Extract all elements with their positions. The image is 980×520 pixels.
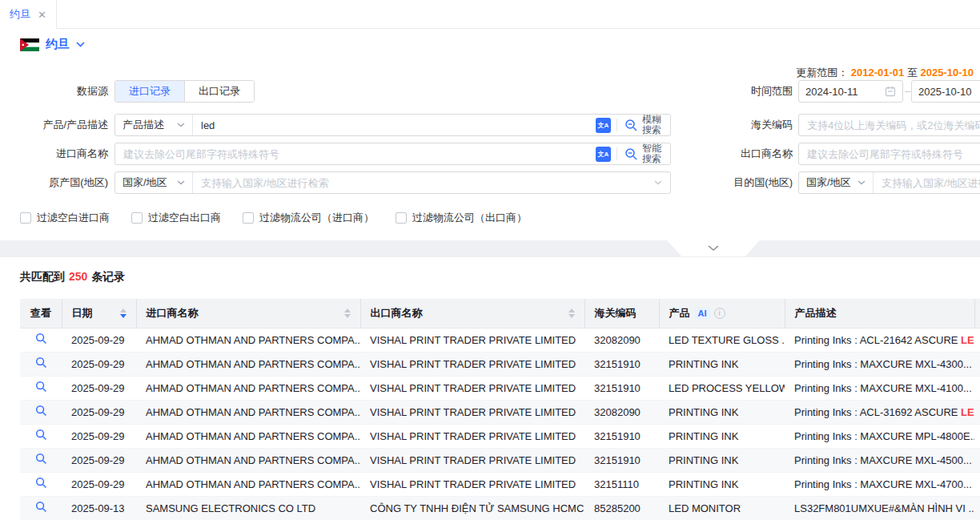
product-field-select[interactable]: 产品描述 xyxy=(115,115,193,135)
exporter-link[interactable]: CÔNG TY TNHH ĐIỆN TỬ SAMSUNG HCMC... xyxy=(360,496,584,520)
description-cell: Printing Inks : MAXCURE MXL-4500... xyxy=(785,448,974,472)
view-search-icon[interactable] xyxy=(35,429,47,441)
exporter-group xyxy=(798,143,980,165)
view-record-button[interactable] xyxy=(20,424,62,448)
filter-logistics-importer[interactable]: 过滤物流公司（进口商） xyxy=(243,211,374,225)
date-end-input[interactable] xyxy=(918,86,980,98)
view-record-button[interactable] xyxy=(20,400,62,424)
origin-type-select[interactable]: 国家/地区 xyxy=(115,172,193,193)
sort-date-icon[interactable] xyxy=(120,308,127,318)
importer-link[interactable]: AHMAD OTHMAN AND PARTNERS COMPA... xyxy=(136,400,360,424)
checkbox-icon[interactable] xyxy=(20,212,31,224)
table-row: 2025-09-29AHMAD OTHMAN AND PARTNERS COMP… xyxy=(20,472,980,496)
sort-exporter-icon[interactable] xyxy=(568,308,575,318)
col-date[interactable]: 日期 xyxy=(62,299,136,328)
tab-close-icon[interactable]: ✕ xyxy=(38,10,46,20)
origin-country-input[interactable] xyxy=(193,172,654,193)
checkbox-icon[interactable] xyxy=(243,212,254,224)
exporter-link[interactable]: VISHAL PRINT TRADER PRIVATE LIMITED xyxy=(360,376,584,400)
product-link[interactable]: LED PROCESS YELLOW... xyxy=(659,376,785,400)
info-icon[interactable]: i xyxy=(714,308,725,319)
exporter-link[interactable]: VISHAL PRINT TRADER PRIVATE LIMITED xyxy=(360,424,584,448)
view-record-button[interactable] xyxy=(20,376,62,400)
view-record-button[interactable] xyxy=(20,328,62,352)
product-link[interactable]: PRINTING INK xyxy=(659,448,785,472)
view-record-button[interactable] xyxy=(20,352,62,376)
importer-search-input[interactable] xyxy=(115,143,596,164)
fuzzy-search-icon xyxy=(625,119,638,132)
checkbox-icon[interactable] xyxy=(131,212,143,224)
smart-search-button[interactable]: 智能搜索 xyxy=(617,143,670,164)
destination-type-select[interactable]: 国家/地区 xyxy=(799,172,874,193)
extra-cell xyxy=(974,352,980,376)
exporter-link[interactable]: VISHAL PRINT TRADER PRIVATE LIMITED xyxy=(360,472,584,496)
product-link[interactable]: PRINTING INK xyxy=(659,352,785,376)
product-link[interactable]: LED TEXTURE GLOSS ... xyxy=(659,328,785,352)
description-text: Printing Inks : MAXCURE MPL-4800E... xyxy=(794,430,974,442)
tab-jordan[interactable]: 约旦 ✕ xyxy=(0,0,57,29)
view-search-icon[interactable] xyxy=(35,357,47,369)
importer-link[interactable]: AHMAD OTHMAN AND PARTNERS COMPA... xyxy=(136,376,360,400)
extra-cell xyxy=(974,496,980,520)
filter-logistics-exporter[interactable]: 过滤物流公司（出口商） xyxy=(396,211,527,225)
date-start-input[interactable] xyxy=(805,86,885,98)
date-cell: 2025-09-29 xyxy=(62,448,136,472)
checkbox-icon[interactable] xyxy=(396,212,407,224)
destination-label: 目的国(地区) xyxy=(717,171,793,194)
importer-link[interactable]: AHMAD OTHMAN AND PARTNERS COMPA... xyxy=(136,424,360,448)
collapse-chevron-icon xyxy=(708,245,719,252)
update-range-from: 2012-01-01 xyxy=(851,67,905,79)
destination-country-input[interactable] xyxy=(874,172,980,193)
exporter-link[interactable]: VISHAL PRINT TRADER PRIVATE LIMITED xyxy=(360,448,584,472)
jordan-flag-icon xyxy=(20,38,39,51)
view-search-icon[interactable] xyxy=(35,333,47,345)
tab-jordan-label: 约旦 xyxy=(10,7,30,22)
hs-code-input[interactable] xyxy=(799,115,980,135)
smart-search-icon xyxy=(625,147,638,161)
translate-icon[interactable]: 文A xyxy=(596,118,611,133)
translate-icon[interactable]: 文A xyxy=(596,147,611,162)
exporter-link[interactable]: VISHAL PRINT TRADER PRIVATE LIMITED xyxy=(360,328,584,352)
date-start-box[interactable] xyxy=(798,80,903,103)
col-importer[interactable]: 进口商名称 xyxy=(136,299,360,328)
exporter-link[interactable]: VISHAL PRINT TRADER PRIVATE LIMITED xyxy=(360,352,584,376)
view-search-icon[interactable] xyxy=(35,381,47,393)
view-search-icon[interactable] xyxy=(35,405,47,417)
collapse-toggle[interactable] xyxy=(667,240,760,256)
date-end-box[interactable] xyxy=(911,80,980,103)
view-search-icon[interactable] xyxy=(35,453,47,465)
view-search-icon[interactable] xyxy=(35,501,47,513)
col-exporter[interactable]: 出口商名称 xyxy=(360,299,584,328)
app-screen: 约旦 ✕ 约旦 更新范围： 2012-01-01 至 2025-10-10 数据… xyxy=(0,0,980,520)
product-link[interactable]: PRINTING INK xyxy=(659,472,785,496)
view-record-button[interactable] xyxy=(20,472,62,496)
description-text: LS32FM801UMXUE#&MÀN HÌNH VI ... xyxy=(794,502,974,514)
datasource-import-option[interactable]: 进口记录 xyxy=(115,81,184,102)
chevron-down-icon[interactable] xyxy=(654,180,662,185)
filter-blank-importer[interactable]: 过滤空白进口商 xyxy=(20,211,110,225)
view-record-button[interactable] xyxy=(20,496,62,520)
importer-link[interactable]: AHMAD OTHMAN AND PARTNERS COMPA... xyxy=(136,448,360,472)
description-text: Printing Inks : ACL-31692 ASCURE xyxy=(794,406,961,418)
importer-link[interactable]: AHMAD OTHMAN AND PARTNERS COMPA... xyxy=(136,472,360,496)
importer-link[interactable]: AHMAD OTHMAN AND PARTNERS COMPA... xyxy=(136,328,360,352)
filter-blank-exporter[interactable]: 过滤空白出口商 xyxy=(131,211,221,225)
sort-importer-icon[interactable] xyxy=(344,308,351,318)
importer-link[interactable]: AHMAD OTHMAN AND PARTNERS COMPA... xyxy=(136,352,360,376)
datasource-export-option[interactable]: 出口记录 xyxy=(184,81,254,102)
table-row: 2025-09-29AHMAD OTHMAN AND PARTNERS COMP… xyxy=(20,376,980,400)
view-search-icon[interactable] xyxy=(35,477,47,489)
importer-link[interactable]: SAMSUNG ELECTRONICS CO LTD xyxy=(136,496,360,520)
view-record-button[interactable] xyxy=(20,448,62,472)
results-panel: 共匹配到250条记录 查看 日期 进口商名称 xyxy=(0,257,980,520)
product-link[interactable]: PRINTING INK xyxy=(659,424,785,448)
results-table: 查看 日期 进口商名称 出口商名称 xyxy=(20,299,980,520)
product-link[interactable]: LED MONITOR xyxy=(659,496,785,520)
product-link[interactable]: PRINTING INK xyxy=(659,400,785,424)
exporter-search-input[interactable] xyxy=(799,143,980,164)
description-text: Printing Inks : MAXCURE MXL-4700... xyxy=(794,478,972,490)
exporter-link[interactable]: VISHAL PRINT TRADER PRIVATE LIMITED xyxy=(360,400,584,424)
product-search-input[interactable] xyxy=(193,115,596,135)
country-selector[interactable]: 约旦 xyxy=(20,37,85,52)
fuzzy-search-button[interactable]: 模糊搜索 xyxy=(617,115,670,135)
